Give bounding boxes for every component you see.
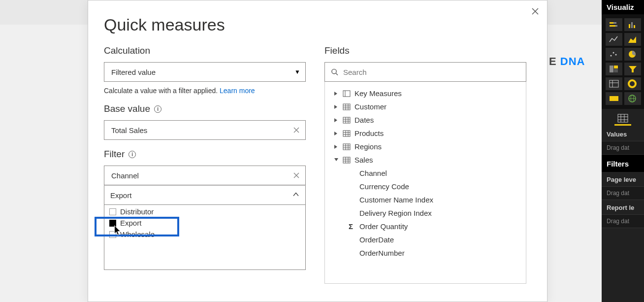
close-icon [532,8,539,15]
report-level-filters-label: Report le [602,200,644,214]
viz-type-button[interactable] [606,63,622,75]
viz-type-button[interactable] [624,18,641,31]
fields-tree-column[interactable]: Currency Code [325,180,526,193]
close-button[interactable] [527,3,543,19]
clear-base-value-button[interactable] [292,126,300,134]
calculation-helptext: Calculate a value with a filter applied.… [104,87,306,95]
base-value-field[interactable]: Total Sales [104,120,306,140]
chevron-right-icon [334,144,339,149]
measure-icon [343,90,351,97]
fields-tree-column[interactable]: Customer Name Index [325,193,526,206]
chevron-up-icon [292,191,299,200]
svg-rect-57 [610,80,618,87]
fields-well-tab[interactable] [614,112,631,126]
clear-filter-button[interactable] [292,171,300,179]
quick-measures-dialog: Quick measures Calculation Filtered valu… [88,0,547,302]
viz-type-button[interactable] [624,77,641,90]
svg-rect-44 [615,25,617,27]
fields-search-input[interactable] [343,68,520,76]
svg-marker-29 [334,145,337,149]
info-icon: i [129,151,136,158]
viz-type-button[interactable] [606,18,622,31]
svg-rect-43 [610,25,615,27]
page-filters-drop-hint[interactable]: Drag dat [602,186,644,200]
viz-type-button[interactable] [624,33,641,46]
tree-node-label: Customer [354,102,386,111]
fields-tree-column[interactable]: OrderNumber [325,246,526,260]
svg-point-49 [611,55,612,57]
svg-rect-47 [634,25,635,28]
values-drop-hint[interactable]: Drag dat [602,141,644,155]
fields-tree-column[interactable]: Delivery Region Index [325,206,526,220]
viz-type-button[interactable] [606,33,622,46]
pie-icon [627,50,638,59]
report-filters-drop-hint[interactable]: Drag dat [602,214,644,228]
page-level-filters-label: Page leve [602,172,644,186]
viz-type-button[interactable] [624,63,641,75]
viz-type-button[interactable] [624,92,641,105]
svg-point-50 [613,52,614,54]
fields-tree-column[interactable]: ΣOrder Quantity [325,220,526,233]
fields-tree-column[interactable]: Channel [325,167,526,180]
fields-tree-table[interactable]: Customer [325,100,526,113]
learn-more-link[interactable]: Learn more [220,87,255,95]
close-icon [293,127,299,133]
viz-type-button[interactable] [624,48,641,61]
filter-value-dropdown[interactable]: Export [104,185,306,205]
chevron-down-icon [334,158,339,163]
treemap-icon [609,65,619,73]
filters-panel-title: Filters [602,155,644,172]
svg-marker-56 [629,66,637,72]
close-icon [293,172,299,178]
scatter-icon [609,50,619,59]
fields-search[interactable] [324,62,526,82]
viz-type-button[interactable] [606,77,622,90]
base-value-text: Total Sales [111,126,147,134]
fields-tree-table[interactable]: Dates [325,113,526,127]
area-icon [627,35,638,44]
fields-tree-table[interactable]: Sales [325,153,526,167]
fields-tree-table[interactable]: Regions [325,140,526,153]
column-icon [627,20,638,29]
svg-point-60 [629,80,636,87]
svg-marker-8 [334,92,337,96]
calculation-select[interactable]: Filtered value ▼ [104,62,306,82]
filter-value-selected: Export [110,191,131,200]
line-icon [609,35,619,44]
viz-type-button[interactable] [606,48,622,61]
table-viz-icon [609,79,619,88]
svg-point-6 [332,69,336,73]
checkbox-icon [109,208,116,215]
values-label: Values [602,127,644,141]
calculation-label: Calculation [104,45,306,56]
svg-rect-42 [613,22,616,24]
fields-tree-table[interactable]: Products [325,127,526,140]
svg-point-51 [615,54,617,56]
background-logo: E DNA [549,55,585,68]
funnel-icon [627,65,638,73]
tree-node-label: OrderNumber [359,249,405,257]
fields-tree[interactable]: Key MeasuresCustomerDatesProductsRegions… [324,82,526,284]
visualizations-panel: Visualiz Values Drag dat Filters Page le… [602,0,644,302]
filter-field-text: Channel [111,171,139,180]
viz-type-button[interactable] [606,92,622,105]
svg-marker-35 [334,158,338,161]
svg-rect-54 [614,66,618,68]
table-icon [343,117,351,124]
chevron-right-icon [334,118,339,123]
filter-option[interactable]: Distributor [104,206,305,217]
tree-node-label: Regions [354,142,382,151]
table-icon [343,157,351,164]
table-icon [343,103,351,110]
table-icon [343,130,351,137]
sigma-icon: Σ [349,222,355,231]
viz-type-grid [602,14,644,109]
search-icon [331,68,338,76]
cursor-icon [112,225,123,237]
svg-rect-61 [610,96,618,101]
fields-tree-column[interactable]: OrderDate [325,233,526,246]
svg-rect-46 [631,22,633,28]
filter-label: Filter [104,149,125,160]
fields-tree-table[interactable]: Key Measures [325,87,526,100]
filter-field[interactable]: Channel [104,166,306,185]
